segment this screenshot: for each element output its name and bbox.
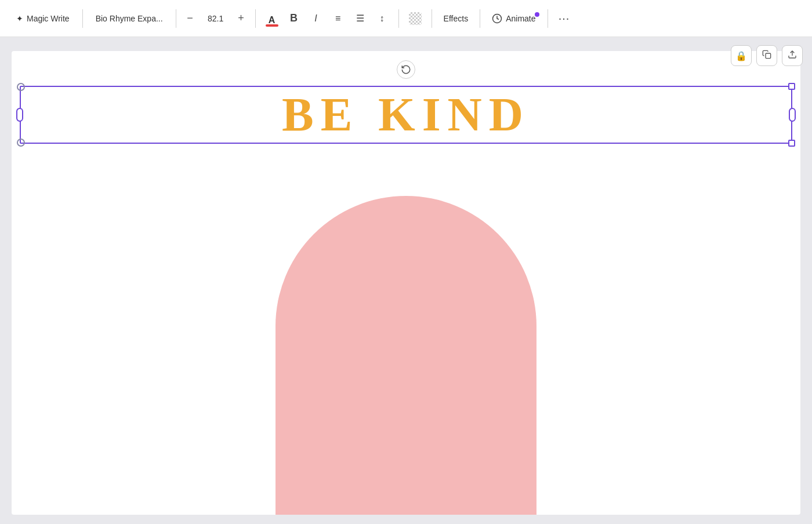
copy-button[interactable] (756, 45, 777, 66)
font-size-control: − + (182, 10, 249, 27)
transparency-button[interactable] (405, 8, 426, 29)
effects-label: Effects (444, 14, 469, 23)
toolbar: ✦ Magic Write Bio Rhyme Expa... − + A (0, 0, 812, 37)
magic-write-label: Magic Write (27, 14, 70, 23)
copy-icon (762, 50, 771, 61)
lock-button[interactable]: 🔒 (731, 45, 752, 66)
arch-shape[interactable] (276, 196, 536, 515)
italic-button[interactable]: I (306, 8, 327, 29)
text-color-button[interactable]: A (262, 8, 282, 29)
magic-write-icon: ✦ (16, 14, 23, 23)
svg-rect-1 (766, 53, 771, 59)
increase-icon: + (238, 12, 244, 24)
rotate-handle[interactable] (397, 60, 415, 79)
handle-top-right[interactable] (788, 83, 795, 90)
top-right-actions: 🔒 (731, 45, 803, 66)
font-size-increase-button[interactable]: + (233, 10, 249, 27)
divider-4 (398, 9, 399, 28)
handle-top-left[interactable] (17, 83, 25, 91)
design-canvas[interactable]: BE KIND (12, 51, 800, 515)
magic-write-button[interactable]: ✦ Magic Write (9, 10, 77, 27)
bold-button[interactable]: B (284, 8, 304, 29)
export-button[interactable] (782, 45, 803, 66)
lock-icon: 🔒 (735, 50, 747, 61)
align-left-icon: ≡ (335, 13, 340, 24)
font-name-label: Bio Rhyme Expa... (96, 14, 163, 23)
decrease-icon: − (187, 12, 193, 24)
animate-button[interactable]: Animate (486, 10, 541, 27)
divider-6 (480, 9, 480, 28)
font-size-input[interactable] (201, 14, 231, 23)
handle-bottom-right[interactable] (788, 140, 795, 147)
be-kind-text[interactable]: BE KIND (282, 88, 530, 142)
canvas-area: BE KIND (0, 37, 812, 524)
bullet-list-icon: ☰ (356, 13, 364, 24)
color-bar (266, 24, 278, 27)
divider-2 (176, 9, 176, 28)
text-element[interactable]: BE KIND (20, 86, 792, 144)
export-icon (788, 50, 797, 61)
checker-icon (409, 12, 422, 25)
line-spacing-button[interactable]: ↕ (372, 8, 393, 29)
bold-icon: B (290, 12, 298, 24)
more-options-icon: ··· (559, 12, 570, 25)
bullet-list-button[interactable]: ☰ (350, 8, 371, 29)
rotate-icon (401, 64, 411, 75)
animate-dot (535, 12, 539, 17)
divider-5 (432, 9, 432, 28)
color-a-letter: A (269, 16, 276, 25)
handle-bottom-left[interactable] (17, 139, 25, 147)
divider-3 (255, 9, 256, 28)
align-left-button[interactable]: ≡ (328, 8, 349, 29)
animate-icon (492, 13, 502, 24)
handle-middle-left[interactable] (16, 108, 23, 122)
color-swatch: A (266, 12, 278, 25)
line-spacing-icon: ↕ (380, 13, 385, 24)
divider-1 (82, 9, 83, 28)
effects-button[interactable]: Effects (438, 10, 474, 27)
font-name-button[interactable]: Bio Rhyme Expa... (89, 10, 170, 27)
italic-icon: I (314, 13, 317, 24)
handle-middle-right[interactable] (789, 108, 796, 122)
animate-label: Animate (506, 14, 535, 23)
font-size-decrease-button[interactable]: − (182, 10, 198, 27)
divider-7 (548, 9, 548, 28)
more-options-button[interactable]: ··· (554, 8, 575, 29)
